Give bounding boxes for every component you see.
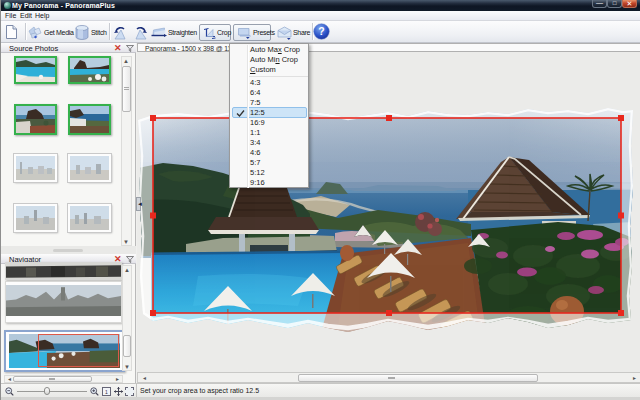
svg-text:?: ? xyxy=(318,25,324,37)
